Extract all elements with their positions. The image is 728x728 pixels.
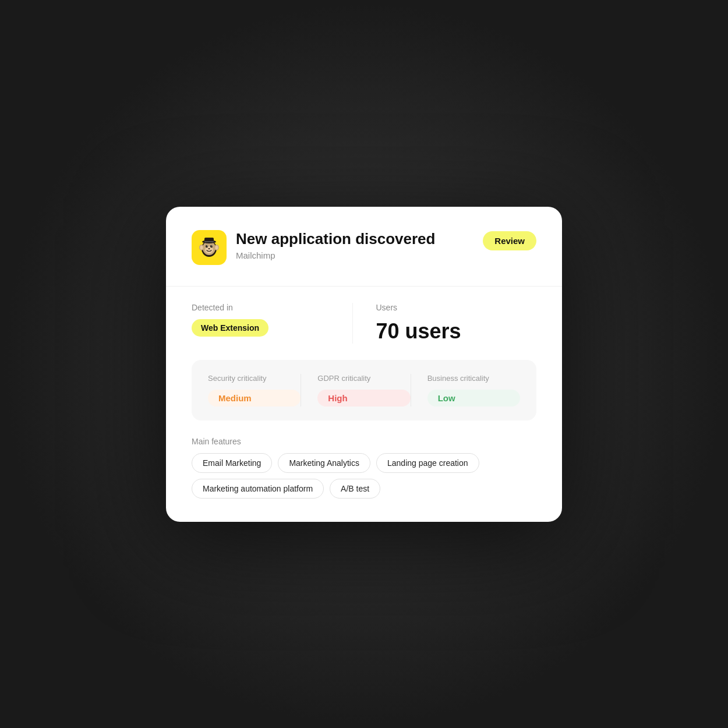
review-badge[interactable]: Review (483, 231, 536, 250)
feature-tag: Email Marketing (192, 453, 272, 473)
feature-tag: A/B test (330, 479, 380, 499)
svg-point-11 (208, 248, 210, 249)
divider-1 (166, 286, 562, 287)
features-section: Main features Email MarketingMarketing A… (192, 437, 536, 499)
svg-point-10 (211, 245, 212, 246)
feature-tag: Landing page creation (376, 453, 479, 473)
detected-in-value: Web Extension (192, 319, 268, 337)
users-count: 70 users (376, 319, 461, 343)
svg-point-5 (215, 245, 218, 249)
app-discovery-card: New application discovered Mailchimp Rev… (166, 207, 562, 522)
detected-in-block: Detected in Web Extension (192, 303, 352, 344)
gdpr-criticality-block: GDPR criticality High (301, 374, 410, 407)
features-label: Main features (192, 437, 536, 446)
header-left: New application discovered Mailchimp (192, 230, 435, 265)
business-criticality-value: Low (427, 390, 520, 407)
mailchimp-logo-icon (196, 235, 222, 260)
gdpr-criticality-label: GDPR criticality (317, 374, 410, 383)
app-name-subtitle: Mailchimp (236, 250, 435, 260)
users-block: Users 70 users (352, 303, 537, 344)
card-title: New application discovered (236, 230, 435, 248)
card-container: New application discovered Mailchimp Rev… (166, 207, 562, 522)
app-icon (192, 230, 227, 265)
feature-tag: Marketing Analytics (278, 453, 370, 473)
detected-in-label: Detected in (192, 303, 352, 312)
criticality-section: Security criticality Medium GDPR critica… (192, 360, 536, 420)
svg-point-9 (207, 245, 207, 246)
svg-rect-14 (204, 241, 214, 242)
svg-point-8 (210, 245, 213, 247)
svg-point-3 (200, 245, 203, 249)
svg-point-7 (206, 245, 208, 247)
business-criticality-block: Business criticality Low (411, 374, 520, 407)
gdpr-criticality-value: High (317, 390, 410, 407)
users-label: Users (376, 303, 537, 312)
card-header: New application discovered Mailchimp Rev… (192, 230, 536, 265)
security-criticality-label: Security criticality (208, 374, 301, 383)
business-criticality-label: Business criticality (427, 374, 520, 383)
security-criticality-block: Security criticality Medium (208, 374, 301, 407)
security-criticality-value: Medium (208, 390, 301, 407)
features-tags: Email MarketingMarketing AnalyticsLandin… (192, 453, 536, 499)
info-row: Detected in Web Extension Users 70 users (192, 303, 536, 344)
feature-tag: Marketing automation platform (192, 479, 324, 499)
header-text: New application discovered Mailchimp (236, 230, 435, 260)
